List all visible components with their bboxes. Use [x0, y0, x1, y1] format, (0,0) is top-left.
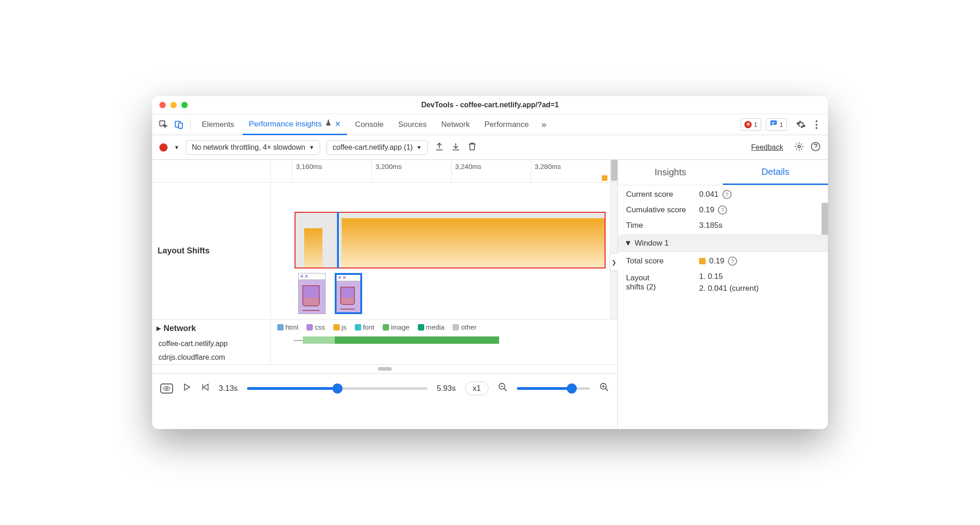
divider	[190, 119, 191, 131]
cumulative-score-label: Cumulative score	[626, 205, 695, 215]
chevron-down-icon: ▼	[416, 144, 422, 151]
tab-sources[interactable]: Sources	[392, 114, 433, 135]
window-header-label: Window 1	[635, 239, 669, 248]
record-button[interactable]	[159, 143, 168, 152]
perf-toolbar: ▼ No network throttling, 4× slowdown ▼ c…	[152, 135, 828, 160]
tab-elements[interactable]: Elements	[195, 114, 241, 135]
playback-bar: 3.13s 5.93s x1	[152, 373, 617, 403]
chevron-right-icon: ▸	[157, 323, 161, 333]
ruler-tick: 3,280ms	[531, 160, 610, 182]
layout-shift-bar-2[interactable]	[342, 218, 605, 268]
playhead-marker[interactable]	[337, 212, 339, 268]
vertical-scrollbar[interactable]	[610, 160, 617, 182]
horizontal-scrollbar[interactable]	[152, 365, 617, 373]
playback-speed[interactable]: x1	[465, 382, 489, 395]
messages-count: 1	[780, 121, 783, 128]
errors-count: 1	[753, 121, 757, 128]
layout-shifts-list: 1. 0.15 2. 0.041 (current)	[699, 272, 820, 293]
swatch-font	[355, 324, 361, 331]
svg-point-5	[798, 145, 801, 148]
minimize-window-button[interactable]	[170, 102, 177, 108]
zoom-out-icon[interactable]	[498, 382, 508, 394]
trace-select[interactable]: coffee-cart.netlify.app (1) ▼	[327, 140, 427, 155]
layout-shift-item-2[interactable]: 2. 0.041 (current)	[699, 284, 820, 293]
delete-icon[interactable]	[467, 142, 477, 153]
window-titlebar: DevTools - coffee-cart.netlify.app/?ad=1	[152, 96, 828, 114]
flask-icon	[325, 119, 332, 129]
more-tabs-icon[interactable]: »	[537, 118, 551, 131]
help-icon[interactable]: ?	[718, 205, 727, 215]
tab-performance[interactable]: Performance	[478, 114, 535, 135]
play-button[interactable]	[182, 383, 191, 394]
help-icon[interactable]	[811, 142, 821, 153]
trace-value: coffee-cart.netlify.app (1)	[332, 143, 413, 152]
swatch-media	[418, 324, 424, 331]
network-left: ▸ Network coffee-cart.netlify.app cdnjs.…	[152, 320, 271, 364]
chevron-down-icon: ▼	[624, 239, 632, 248]
zoom-slider[interactable]	[517, 387, 590, 390]
throttling-select[interactable]: No network throttling, 4× slowdown ▼	[186, 140, 320, 155]
settings-icon[interactable]	[794, 118, 808, 131]
layout-shift-item-1[interactable]: 1. 0.15	[699, 272, 820, 281]
tab-console[interactable]: Console	[349, 114, 390, 135]
zoom-in-icon[interactable]	[599, 382, 609, 394]
tab-label: Performance insights	[249, 120, 322, 129]
help-icon[interactable]: ?	[728, 257, 737, 266]
tab-details[interactable]: Details	[723, 160, 828, 185]
total-score-value: 0.19 ?	[699, 257, 820, 266]
errors-badge[interactable]: ✕ 1	[741, 118, 761, 131]
timeline-ruler: 3,160ms 3,200ms 3,240ms 3,280ms	[152, 160, 617, 183]
zoom-window-button[interactable]	[181, 102, 188, 108]
svg-point-7	[166, 388, 168, 389]
network-section-header[interactable]: ▸ Network	[152, 320, 270, 337]
playback-start-time: 3.13s	[219, 384, 238, 393]
network-label: Network	[163, 324, 196, 333]
ruler-tick: 3,200ms	[371, 160, 451, 182]
message-icon	[769, 119, 778, 130]
time-label: Time	[626, 221, 695, 230]
preview-toggle-icon[interactable]	[160, 383, 173, 394]
error-icon: ✕	[744, 121, 752, 128]
expand-sidebar-icon[interactable]: ❯	[610, 253, 618, 271]
sidebar-scrollbar[interactable]	[822, 203, 828, 235]
layout-shift-bar-1[interactable]	[304, 228, 322, 268]
close-tab-icon[interactable]: ✕	[335, 120, 341, 128]
tab-performance-insights[interactable]: Performance insights ✕	[242, 114, 347, 135]
inspect-icon[interactable]	[157, 118, 170, 131]
layout-shifts-label: Layout Shifts	[152, 183, 271, 319]
upload-icon[interactable]	[434, 142, 444, 153]
window-section-header[interactable]: ▼ Window 1	[618, 235, 828, 252]
swatch-other	[453, 324, 459, 331]
network-host-2[interactable]: cdnjs.cloudflare.com	[152, 351, 270, 364]
tab-insights[interactable]: Insights	[618, 160, 723, 185]
details-grid: Current score 0.041 ? Cumulative score 0…	[618, 185, 828, 235]
vertical-scrollbar[interactable]	[610, 183, 617, 319]
playback-slider[interactable]	[247, 387, 428, 390]
ruler-ticks[interactable]: 3,160ms 3,200ms 3,240ms 3,280ms	[271, 160, 610, 182]
download-icon[interactable]	[451, 142, 461, 153]
rewind-button[interactable]	[200, 383, 210, 394]
messages-badge[interactable]: 1	[766, 118, 787, 131]
swatch-css	[306, 324, 313, 331]
details-pane: ❯ Insights Details Current score 0.041 ?…	[618, 160, 828, 429]
feedback-link[interactable]: Feedback	[751, 143, 783, 152]
kebab-menu-icon[interactable]: ⋮	[810, 118, 823, 131]
panel-settings-icon[interactable]	[794, 142, 804, 153]
total-score-label: Total score	[626, 257, 695, 266]
device-toggle-icon[interactable]	[172, 118, 186, 131]
network-bars[interactable]	[271, 335, 617, 353]
layout-shifts-track[interactable]	[271, 183, 610, 319]
svg-rect-4	[771, 123, 774, 124]
screenshot-thumbnail-1[interactable]	[298, 273, 326, 314]
network-right: html css js font image media other	[271, 320, 617, 364]
ruler-tick: 3,160ms	[292, 160, 371, 182]
help-icon[interactable]: ?	[722, 190, 732, 199]
main-tabs: Elements Performance insights ✕ Console …	[152, 114, 828, 135]
screenshot-thumbnail-2[interactable]	[335, 273, 362, 314]
record-menu-icon[interactable]: ▼	[174, 144, 179, 151]
network-host-1[interactable]: coffee-cart.netlify.app	[152, 337, 270, 351]
tab-network[interactable]: Network	[435, 114, 476, 135]
window-title: DevTools - coffee-cart.netlify.app/?ad=1	[152, 101, 828, 109]
close-window-button[interactable]	[159, 102, 166, 108]
ruler-tick: 3,240ms	[451, 160, 531, 182]
